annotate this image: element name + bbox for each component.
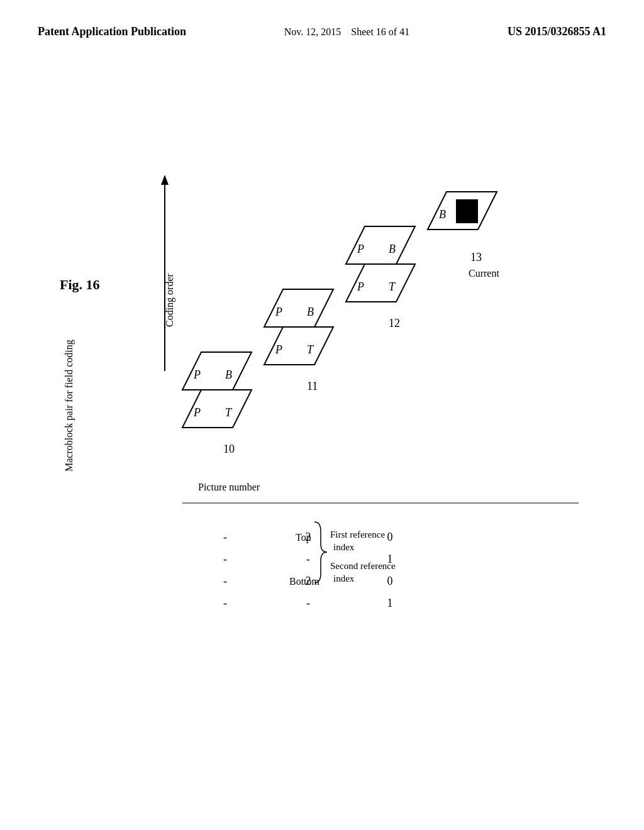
first-ref-label: First reference xyxy=(330,529,385,540)
svg-text:P: P xyxy=(193,406,201,419)
svg-text:B: B xyxy=(439,208,446,221)
svg-rect-22 xyxy=(456,199,478,223)
pic-number-10: 10 xyxy=(223,443,235,455)
val-p11-top-second: - xyxy=(306,553,310,565)
svg-text:P: P xyxy=(193,368,201,381)
pic-number-11: 11 xyxy=(307,380,318,392)
svg-marker-14 xyxy=(346,264,415,302)
val-p10-bot-first: - xyxy=(223,575,227,587)
svg-text:P: P xyxy=(357,280,364,293)
val-p10-top-second: - xyxy=(223,553,227,565)
svg-marker-11 xyxy=(264,289,333,327)
pic-number-12: 12 xyxy=(389,317,400,329)
val-p12-top-second: 1 xyxy=(387,553,393,565)
macroblock-label: Macroblock pair for field coding xyxy=(64,340,75,472)
svg-marker-2 xyxy=(182,390,252,428)
svg-text:B: B xyxy=(389,243,396,255)
val-p12-top-first: 0 xyxy=(387,531,393,543)
current-label: Current xyxy=(469,268,499,279)
svg-marker-5 xyxy=(182,352,252,390)
diagram-svg: Fig. 16 Macroblock pair for field coding… xyxy=(0,82,644,830)
svg-marker-8 xyxy=(264,327,333,365)
val-p11-top-first: 2 xyxy=(306,531,311,543)
fig-label: Fig. 16 xyxy=(60,277,100,292)
svg-marker-17 xyxy=(346,226,415,264)
patent-publication-label: Patent Application Publication xyxy=(38,25,186,38)
pic-number-13: 13 xyxy=(470,251,482,263)
svg-text:T: T xyxy=(225,406,233,419)
first-ref-index: index xyxy=(333,542,355,552)
svg-text:B: B xyxy=(225,368,232,381)
svg-marker-1 xyxy=(161,175,169,185)
svg-text:P: P xyxy=(357,243,364,255)
bottom-label: Bottom xyxy=(289,576,320,587)
val-p12-bot-first: 0 xyxy=(387,575,393,587)
val-p11-bot-second: - xyxy=(306,597,310,609)
header-center: Nov. 12, 2015 Sheet 16 of 41 xyxy=(284,25,409,39)
second-ref-label: Second reference xyxy=(330,561,396,571)
svg-text:P: P xyxy=(275,306,282,318)
val-p10-top-first: - xyxy=(223,531,227,543)
picture-number-label: Picture number xyxy=(198,482,260,492)
sheet-label: Sheet 16 of 41 xyxy=(351,26,409,37)
val-p11-bot-first: 2 xyxy=(306,575,311,587)
val-p10-bot-second: - xyxy=(223,597,227,609)
val-p12-bot-second: 1 xyxy=(387,597,393,609)
second-ref-index: index xyxy=(333,573,355,584)
svg-text:T: T xyxy=(307,343,314,356)
svg-text:T: T xyxy=(389,280,396,293)
coding-order-label: Coding order xyxy=(164,273,175,327)
date-label: Nov. 12, 2015 xyxy=(284,26,341,37)
patent-number-label: US 2015/0326855 A1 xyxy=(508,25,606,38)
svg-text:B: B xyxy=(307,306,314,318)
svg-text:P: P xyxy=(275,343,282,356)
